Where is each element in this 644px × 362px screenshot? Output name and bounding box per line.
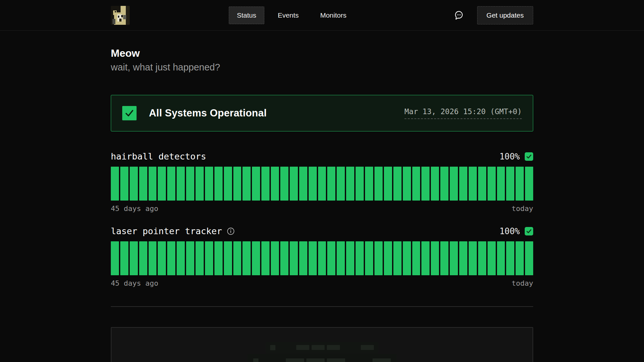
uptime-bar[interactable] [130, 167, 138, 201]
uptime-bar[interactable] [440, 167, 448, 201]
uptime-bar[interactable] [252, 241, 260, 275]
uptime-bar[interactable] [525, 167, 533, 201]
uptime-bar[interactable] [224, 241, 232, 275]
uptime-bar[interactable] [440, 241, 448, 275]
uptime-bar[interactable] [111, 241, 119, 275]
uptime-bar[interactable] [139, 241, 147, 275]
uptime-bar[interactable] [139, 167, 147, 201]
uptime-bar[interactable] [149, 167, 157, 201]
uptime-bar[interactable] [186, 241, 194, 275]
uptime-bar[interactable] [130, 241, 138, 275]
uptime-bar[interactable] [242, 241, 251, 275]
nav-tab-events[interactable]: Events [270, 7, 307, 24]
uptime-bar[interactable] [177, 241, 185, 275]
uptime-bar[interactable] [224, 167, 232, 201]
uptime-bar[interactable] [261, 241, 270, 275]
uptime-bar[interactable] [384, 241, 392, 275]
uptime-bar[interactable] [374, 167, 383, 201]
uptime-bar[interactable] [214, 241, 223, 275]
uptime-bar[interactable] [214, 167, 223, 201]
uptime-bar[interactable] [167, 241, 175, 275]
uptime-bar[interactable] [356, 241, 364, 275]
uptime-bar[interactable] [393, 167, 402, 201]
uptime-bar[interactable] [459, 241, 467, 275]
uptime-bar[interactable] [431, 167, 439, 201]
uptime-bar[interactable] [120, 167, 128, 201]
uptime-bar[interactable] [469, 167, 477, 201]
uptime-bar[interactable] [242, 167, 251, 201]
uptime-bar[interactable] [290, 241, 298, 275]
uptime-bar[interactable] [271, 167, 279, 201]
uptime-bar[interactable] [149, 241, 157, 275]
uptime-bar[interactable] [497, 241, 505, 275]
uptime-bar[interactable] [299, 241, 307, 275]
uptime-bar[interactable] [412, 167, 420, 201]
site-logo-cat-avatar[interactable] [111, 6, 130, 25]
uptime-bar[interactable] [384, 167, 392, 201]
uptime-bar[interactable] [337, 241, 345, 275]
uptime-bar[interactable] [431, 241, 439, 275]
uptime-bar[interactable] [205, 241, 213, 275]
uptime-bar[interactable] [196, 241, 204, 275]
nav-tab-status[interactable]: Status [229, 7, 265, 24]
nav-tab-monitors[interactable]: Monitors [312, 7, 355, 24]
uptime-bar[interactable] [469, 241, 477, 275]
uptime-bar[interactable] [403, 167, 411, 201]
uptime-bar[interactable] [346, 167, 354, 201]
uptime-bar[interactable] [318, 241, 326, 275]
uptime-bar[interactable] [356, 167, 364, 201]
uptime-bar[interactable] [271, 241, 279, 275]
uptime-bar[interactable] [290, 167, 298, 201]
uptime-bar[interactable] [233, 167, 242, 201]
uptime-bar[interactable] [421, 241, 430, 275]
uptime-range-labels: 45 days ago today [111, 204, 533, 213]
uptime-bar[interactable] [280, 241, 288, 275]
uptime-bar[interactable] [309, 241, 317, 275]
uptime-bar[interactable] [233, 241, 242, 275]
uptime-bar[interactable] [186, 167, 194, 201]
chat-button[interactable] [454, 10, 464, 21]
uptime-bar[interactable] [516, 167, 524, 201]
uptime-bar[interactable] [318, 167, 326, 201]
uptime-bar[interactable] [205, 167, 213, 201]
uptime-bar[interactable] [299, 167, 307, 201]
overall-status-label: All Systems Operational [149, 107, 267, 119]
uptime-bar[interactable] [374, 241, 383, 275]
uptime-bar[interactable] [261, 167, 270, 201]
uptime-bar[interactable] [337, 167, 345, 201]
uptime-bar[interactable] [120, 241, 128, 275]
uptime-bar[interactable] [167, 167, 175, 201]
status-timestamp[interactable]: Mar 13, 2026 15:20 (GMT+0) [404, 107, 522, 119]
uptime-bar[interactable] [516, 241, 524, 275]
uptime-bar[interactable] [177, 167, 185, 201]
uptime-bar[interactable] [327, 167, 335, 201]
uptime-bar[interactable] [459, 167, 467, 201]
uptime-bar[interactable] [488, 167, 496, 201]
uptime-bar[interactable] [365, 241, 373, 275]
uptime-bar[interactable] [346, 241, 354, 275]
uptime-bar[interactable] [327, 241, 335, 275]
info-icon[interactable] [227, 227, 235, 235]
uptime-bar[interactable] [450, 241, 458, 275]
uptime-bar[interactable] [421, 167, 430, 201]
uptime-bar[interactable] [525, 241, 533, 275]
uptime-bar[interactable] [488, 241, 496, 275]
uptime-bar[interactable] [196, 167, 204, 201]
uptime-bar[interactable] [478, 167, 486, 201]
get-updates-button[interactable]: Get updates [477, 6, 533, 24]
uptime-bar[interactable] [497, 167, 505, 201]
uptime-bar[interactable] [393, 241, 402, 275]
uptime-bar[interactable] [478, 241, 486, 275]
uptime-bar[interactable] [365, 167, 373, 201]
uptime-bar[interactable] [412, 241, 420, 275]
uptime-bar[interactable] [403, 241, 411, 275]
uptime-bar[interactable] [450, 167, 458, 201]
uptime-bar[interactable] [111, 167, 119, 201]
uptime-bar[interactable] [252, 167, 260, 201]
uptime-bar[interactable] [158, 241, 166, 275]
uptime-bar[interactable] [506, 241, 514, 275]
uptime-bar[interactable] [280, 167, 288, 201]
uptime-bar[interactable] [309, 167, 317, 201]
uptime-bar[interactable] [158, 167, 166, 201]
uptime-bar[interactable] [506, 167, 514, 201]
